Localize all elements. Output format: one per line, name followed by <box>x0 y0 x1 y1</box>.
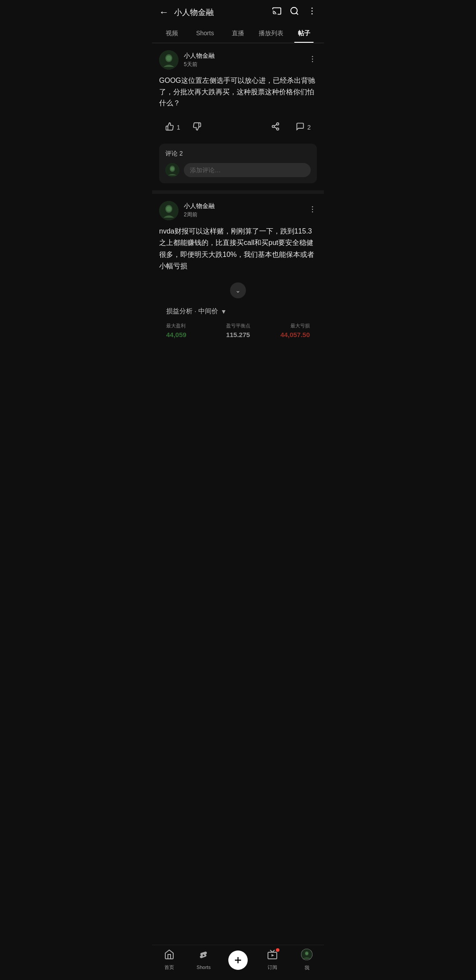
chart-section: 损益分析 · 中间价 ▼ 最大盈利 44,059 盈亏平衡点 115.275 <box>159 303 317 338</box>
post-more-button-2[interactable] <box>308 205 317 216</box>
svg-point-5 <box>312 13 313 15</box>
post-author-1: 小人物金融 <box>184 52 303 60</box>
svg-point-1 <box>291 7 298 14</box>
comments-section-1: 评论 2 <box>159 144 317 183</box>
svg-point-25 <box>312 212 313 213</box>
post-meta-1: 小人物金融 5天前 <box>184 52 303 68</box>
avatar-1 <box>159 50 178 70</box>
top-bar: ← 小人物金融 <box>152 0 324 24</box>
top-icons <box>272 6 317 18</box>
tabs: 视频 Shorts 直播 播放列表 帖子 <box>152 24 324 43</box>
comments-button-1[interactable]: 2 <box>290 119 317 136</box>
comments-count-1: 2 <box>307 124 311 131</box>
svg-point-24 <box>312 209 313 210</box>
post-card-2: 小人物金融 2周前 nvda财报可以这样赌，刚刚算了一下，跌到115.3之上都能… <box>152 194 324 339</box>
svg-point-13 <box>272 125 275 127</box>
nav-shorts[interactable]: Shorts <box>186 950 221 970</box>
chart-dropdown[interactable]: ▼ <box>221 308 227 315</box>
post-meta-2: 小人物金融 2周前 <box>184 202 303 219</box>
me-icon <box>301 949 312 963</box>
post-time-2: 2周前 <box>184 211 303 219</box>
nav-add[interactable] <box>221 950 255 970</box>
metric-max-loss-label: 最大亏损 <box>262 323 310 329</box>
svg-point-14 <box>277 128 279 130</box>
chart-title: 损益分析 · 中间价 <box>166 307 218 316</box>
dislike-button-1[interactable] <box>186 119 208 136</box>
svg-line-16 <box>274 124 277 126</box>
back-button[interactable]: ← <box>159 7 169 18</box>
post-time-1: 5天前 <box>184 61 303 68</box>
svg-point-8 <box>166 56 171 61</box>
like-button-1[interactable]: 1 <box>159 119 186 136</box>
nav-shorts-label: Shorts <box>197 965 211 970</box>
comments-header-1: 评论 2 <box>165 150 311 158</box>
nav-home-label: 首页 <box>164 964 174 971</box>
post-content-2: nvda财报可以这样赌，刚刚算了一下，跌到115.3之上都能赚钱的，比直接买ca… <box>159 226 317 272</box>
svg-line-2 <box>296 13 298 15</box>
cast-icon[interactable] <box>272 6 282 18</box>
metric-max-loss-value: 44,057.50 <box>262 331 310 338</box>
metric-max-loss: 最大亏损 44,057.50 <box>262 323 310 338</box>
metric-max-profit-value: 44,059 <box>166 331 214 338</box>
nav-home[interactable]: 首页 <box>152 949 186 971</box>
more-icon[interactable] <box>307 6 317 18</box>
svg-point-4 <box>312 11 313 12</box>
post-header-1: 小人物金融 5天前 <box>159 50 317 70</box>
nav-me[interactable]: 我 <box>290 949 324 971</box>
notification-dot <box>276 948 279 952</box>
page-title: 小人物金融 <box>174 7 267 18</box>
add-button[interactable] <box>228 950 248 970</box>
search-icon[interactable] <box>290 6 299 18</box>
subscriptions-icon <box>267 949 278 962</box>
chart-title-row: 损益分析 · 中间价 ▼ <box>166 307 310 316</box>
post-actions-1: 1 <box>159 115 317 140</box>
svg-point-10 <box>312 58 313 59</box>
svg-point-9 <box>312 56 313 57</box>
avatar-2 <box>159 201 178 220</box>
comment-input-1[interactable] <box>184 163 311 177</box>
post-content-1: GOOG这位置左侧选手可以放心进，已经杀出背驰了，分批次再大跌再买，这种股票这种… <box>159 75 317 109</box>
metric-breakeven-value: 115.275 <box>214 331 262 338</box>
metric-breakeven-label: 盈亏平衡点 <box>214 323 262 329</box>
shorts-icon <box>199 950 208 963</box>
svg-point-3 <box>312 7 313 9</box>
svg-point-23 <box>312 206 313 208</box>
metric-breakeven: 盈亏平衡点 115.275 <box>214 323 262 338</box>
share-icon-1 <box>271 122 280 133</box>
nav-subscriptions[interactable]: 订阅 <box>255 949 290 971</box>
like-icon-1 <box>165 122 174 133</box>
post-right-actions-1: 2 <box>265 119 317 136</box>
svg-line-15 <box>274 127 277 128</box>
comment-input-row-1 <box>165 163 311 177</box>
post-divider <box>152 190 324 194</box>
tab-live[interactable]: 直播 <box>222 24 255 43</box>
metric-max-profit-label: 最大盈利 <box>166 323 214 329</box>
tab-shorts[interactable]: Shorts <box>189 24 222 43</box>
post-author-2: 小人物金融 <box>184 202 303 210</box>
expand-button[interactable]: ⌄ <box>159 278 317 303</box>
nav-me-label: 我 <box>305 965 309 971</box>
svg-point-12 <box>277 122 279 125</box>
svg-point-11 <box>312 61 313 62</box>
share-button-1[interactable] <box>265 119 286 136</box>
tab-playlist[interactable]: 播放列表 <box>254 24 287 43</box>
nav-subscriptions-label: 订阅 <box>268 964 277 971</box>
comment-avatar-1 <box>165 163 179 177</box>
post-more-button-1[interactable] <box>308 55 317 66</box>
svg-point-22 <box>166 206 171 212</box>
svg-marker-29 <box>271 954 274 957</box>
svg-point-19 <box>171 167 174 171</box>
dislike-icon-1 <box>193 122 201 133</box>
home-icon <box>164 949 175 962</box>
post-header-2: 小人物金融 2周前 <box>159 201 317 220</box>
metric-max-profit: 最大盈利 44,059 <box>166 323 214 338</box>
tab-posts[interactable]: 帖子 <box>287 24 320 43</box>
bottom-nav: 首页 Shorts 订阅 <box>152 945 324 980</box>
expand-circle: ⌄ <box>230 282 246 298</box>
like-count-1: 1 <box>177 124 180 131</box>
svg-point-33 <box>305 952 308 955</box>
post-card-1: 小人物金融 5天前 GOOG这位置左侧选手可以放心进，已经杀出背驰了，分批次再大… <box>152 43 324 140</box>
tab-videos[interactable]: 视频 <box>156 24 189 43</box>
chart-metrics: 最大盈利 44,059 盈亏平衡点 115.275 最大亏损 44,057.50 <box>166 323 310 338</box>
comments-icon-1 <box>296 122 305 133</box>
